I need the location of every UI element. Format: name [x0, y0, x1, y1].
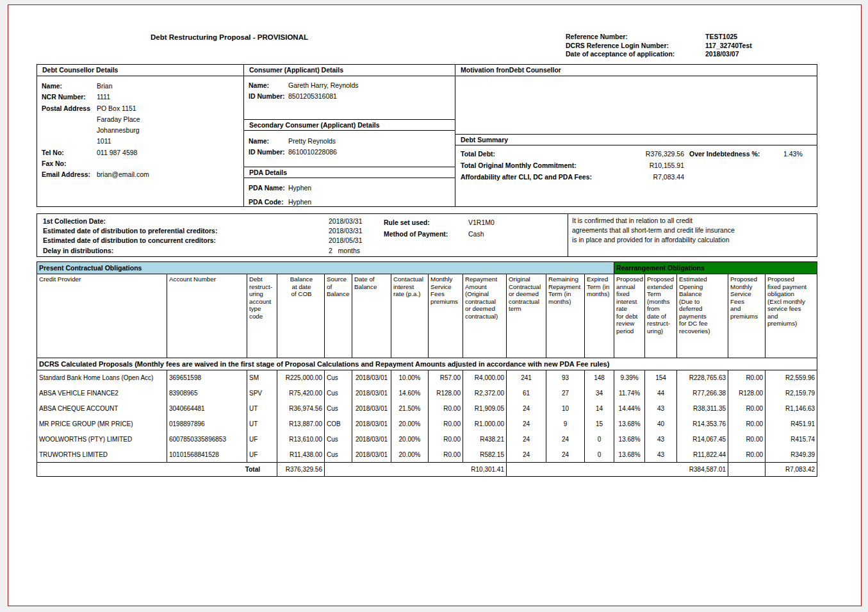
field-row: Email Address:brian@email.com	[37, 169, 243, 180]
table-cell: 148	[585, 370, 614, 386]
motivation-title: Motivation fronDebt Counsellor	[455, 65, 817, 76]
page-title: Debt Restructuring Proposal - PROVISIONA…	[151, 33, 308, 41]
rule-value: V1R1M0	[468, 218, 495, 227]
field-row: Faraday Place	[37, 114, 243, 125]
table-cell: R0.00	[429, 417, 463, 432]
table-cell: R2,159.79	[766, 386, 817, 401]
table-cell: 0	[585, 447, 614, 463]
consumer-fields: Name:Gareth Harry, ReynoldsID Number:850…	[244, 76, 455, 119]
confirmation-line: It is confirmed that in relation to all …	[572, 216, 817, 226]
table-cell: 20.00%	[391, 417, 429, 432]
field-value: Gareth Harry, Reynolds	[288, 80, 359, 91]
table-cell: 43	[645, 432, 677, 447]
screen: Debt Restructuring Proposal - PROVISIONA…	[0, 0, 868, 612]
summary-value: R10,155.91	[571, 160, 684, 170]
table-cell: R228,765.63	[677, 370, 728, 386]
table-row: ABSA CHEQUE ACCOUNT3040664481UTR36,974.5…	[37, 401, 817, 417]
field-value: Johannesburg	[97, 125, 140, 136]
table-cell: 0	[585, 432, 614, 447]
table-cell: R77,266.38	[677, 386, 728, 401]
total-empty-cell	[728, 463, 766, 477]
field-row: Name:Pretty Reynolds	[244, 136, 455, 147]
field-value: 8501205316081	[288, 91, 337, 102]
table-cell: R0.00	[728, 401, 766, 417]
table-cell: 154	[645, 370, 677, 386]
consumer-title: Consumer (Applicant) Details	[244, 65, 455, 76]
debt-summary-title: Debt Summary	[455, 134, 817, 145]
field-value: Hyphen	[288, 183, 311, 197]
table-cell: 13.68%	[614, 432, 645, 447]
dcrs-note: DCRS Calculated Proposals (Monthly fees …	[37, 358, 817, 370]
field-row: Johannesburg	[37, 125, 243, 136]
table-cell: 10.00%	[391, 370, 429, 386]
table-cell: 20.00%	[391, 447, 429, 463]
column-header: Expired Term (in months)	[585, 274, 614, 358]
table-cell: R451.91	[766, 417, 817, 432]
table-cell: 14.44%	[614, 401, 645, 417]
reference-label: DCRS Reference Login Number:	[566, 42, 705, 51]
collection-value: 2 months	[329, 246, 360, 255]
field-label: ID Number:	[244, 91, 288, 102]
table-cell: 2018/03/01	[352, 401, 391, 417]
rule-row: Method of Payment:Cash	[37, 229, 568, 241]
reference-value: 117_32740Test	[705, 42, 752, 51]
table-cell: WOOLWORTHS (PTY) LIMITED	[37, 432, 167, 447]
table-cell: 14.60%	[391, 386, 429, 401]
table-cell: 2018/03/01	[352, 417, 391, 432]
table-cell: UT	[247, 401, 277, 417]
collection-label: Delay in distributions:	[43, 246, 113, 255]
table-cell: 40	[645, 417, 677, 432]
total-balance: R376,329.56	[277, 463, 325, 477]
field-label: Name:	[37, 81, 97, 92]
debt-summary-rows: Total Debt:R376,329.56Over Indebtedness …	[455, 145, 817, 183]
summary-extra-label: Over Indebtedness %:	[689, 149, 760, 159]
table-cell: 13.68%	[614, 417, 645, 432]
reference-row: Reference Number:TEST1025	[566, 33, 752, 42]
table-cell: 6007850335896853	[167, 432, 247, 447]
table-cell: 369651598	[167, 370, 247, 386]
confirmation-line: is in place and provided for in affordab…	[572, 235, 817, 245]
field-row: ID Number:8610010228086	[244, 147, 455, 158]
table-cell: UF	[247, 447, 277, 463]
band-row: Present Contractual ObligationsRearrange…	[37, 262, 817, 274]
table-row: WOOLWORTHS (PTY) LIMITED6007850335896853…	[37, 432, 817, 447]
table-cell: 2018/03/01	[352, 386, 391, 401]
table-cell: R11,438.00	[277, 447, 325, 463]
table-row: TRUWORTHS LIMITED10101568841528UFR11,438…	[37, 447, 817, 463]
field-row: Name:Gareth Harry, Reynolds	[244, 80, 455, 91]
table-cell: Standard Bank Home Loans (Open Acc)	[37, 370, 167, 386]
field-row: PDA Code:Hyphen	[244, 197, 455, 211]
table-cell: R2,372.00	[463, 386, 507, 401]
table-cell: 93	[546, 370, 585, 386]
table-cell: 14	[585, 401, 614, 417]
table-cell: 34	[585, 386, 614, 401]
reference-label: Date of acceptance of application:	[566, 50, 705, 59]
table-cell: ABSA CHEQUE ACCOUNT	[37, 401, 167, 417]
table-cell: R38,311.35	[677, 401, 728, 417]
field-label: Tel No:	[37, 147, 97, 158]
field-row: PDA Name:Hyphen	[244, 183, 455, 197]
total-opening-balance: R384,587.01	[507, 463, 728, 477]
confirmation-line: agreements that all short-term and credi…	[572, 226, 817, 235]
column-header: Source of Balance	[325, 274, 352, 358]
table-cell: 2018/03/01	[352, 447, 391, 463]
debt-counsellor-title: Debt Counsellor Details	[37, 65, 243, 76]
table-cell: R0.00	[429, 447, 463, 463]
field-value: 1111	[97, 92, 110, 103]
table-cell: R438.21	[463, 432, 507, 447]
table-cell: Cus	[325, 386, 352, 401]
field-label	[37, 114, 97, 125]
column-header: Remaining Repayment Term (in months)	[546, 274, 585, 358]
column-header: Estimated Opening Balance (Due to deferr…	[677, 274, 728, 358]
table-cell: COB	[325, 417, 352, 432]
table-cell: 43	[645, 401, 677, 417]
dcrs-row: DCRS Calculated Proposals (Monthly fees …	[37, 358, 817, 370]
field-row: ID Number:8501205316081	[244, 91, 455, 102]
field-row: Postal AddressPO Box 1151	[37, 103, 243, 114]
table-cell: 83908965	[167, 386, 247, 401]
table-cell: R1.000.00	[463, 417, 507, 432]
table-cell: UF	[247, 432, 277, 447]
motivation-empty-area	[455, 76, 817, 134]
table-cell: 2018/03/01	[352, 370, 391, 386]
field-label: Name:	[244, 80, 288, 91]
